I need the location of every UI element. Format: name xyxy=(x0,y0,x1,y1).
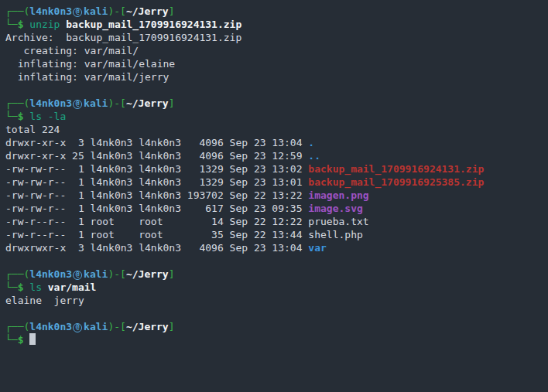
file-name: var xyxy=(308,242,326,254)
segment-plain xyxy=(23,334,29,346)
command-argument: var/mail xyxy=(48,281,97,293)
ls-total-line: total 224 xyxy=(5,123,545,136)
unzip-output-inflating-jerry: inflating: var/mail/jerry xyxy=(5,70,545,84)
command-unzip: unzip xyxy=(29,19,60,30)
segment-frame: )-[ xyxy=(108,268,125,280)
kali-at-symbol-icon: @ xyxy=(73,8,82,17)
file-name: .. xyxy=(308,150,320,162)
ls-row-dotdot: drwxr-xr-x 25 l4nk0n3 l4nk0n3 4096 Sep 2… xyxy=(5,149,545,162)
prompt-line: ┌──(l4nk0n3@kali)-[~/Jerry] xyxy=(5,5,545,18)
prompt-directory: ~/Jerry xyxy=(126,97,169,109)
segment-plain: -rw-rw-r-- 1 l4nk0n3 l4nk0n3 193702 Sep … xyxy=(5,189,308,201)
command-ls: ls xyxy=(29,281,42,293)
prompt-user: l4nk0n3 xyxy=(29,321,72,332)
kali-at-symbol-icon: @ xyxy=(73,323,82,332)
segment-plain: -rw-r--r-- 1 root root 14 Sep 22 12:22 xyxy=(5,216,308,227)
prompt-line: ┌──(l4nk0n3@kali)-[~/Jerry] xyxy=(5,97,545,110)
segment-plain: creating: var/mail/ xyxy=(5,45,139,56)
prompt-line: ┌──(l4nk0n3@kali)-[~/Jerry] xyxy=(5,320,545,333)
segment-frame: ┌──( xyxy=(5,5,29,17)
prompt-host: kali xyxy=(84,268,108,280)
file-name: imagen.png xyxy=(308,189,368,201)
segment-plain: inflating: var/mail/jerry xyxy=(5,71,169,83)
segment-frame: ] xyxy=(169,97,175,109)
ls-varmail-output: elaine jerry xyxy=(5,294,545,307)
blank-line xyxy=(5,307,545,320)
segment-plain xyxy=(42,281,48,293)
ls-row-imagen-png: -rw-rw-r-- 1 l4nk0n3 l4nk0n3 193702 Sep … xyxy=(5,189,545,202)
kali-at-symbol-icon: @ xyxy=(73,100,82,109)
prompt-directory: ~/Jerry xyxy=(126,268,169,280)
prompt-input-line: └─$ xyxy=(5,333,545,346)
prompt-line: ┌──(l4nk0n3@kali)-[~/Jerry] xyxy=(5,268,545,281)
prompt-user: l4nk0n3 xyxy=(29,97,72,109)
unzip-output-creating: creating: var/mail/ xyxy=(5,44,545,57)
segment-plain: inflating: var/mail/elaine xyxy=(5,58,175,70)
segment-plain: elaine jerry xyxy=(5,295,84,306)
command-line-ls-varmail: └─$ ls var/mail xyxy=(5,281,545,294)
segment-plain: -rw-r--r-- 1 root root 35 Sep 22 13:44 xyxy=(5,229,308,240)
segment-plain: -rw-rw-r-- 1 l4nk0n3 l4nk0n3 1329 Sep 23… xyxy=(5,176,308,188)
file-name: backup_mail_1709916925385.zip xyxy=(308,176,484,188)
unzip-output-archive: Archive: backup_mail_1709916924131.zip xyxy=(5,31,545,44)
segment-frame: ] xyxy=(169,321,175,332)
segment-plain: drwxr-xr-x 3 l4nk0n3 l4nk0n3 4096 Sep 23… xyxy=(5,137,308,148)
unzip-output-inflating-elaine: inflating: var/mail/elaine xyxy=(5,57,545,70)
prompt-host: kali xyxy=(84,321,108,332)
terminal-cursor[interactable] xyxy=(29,333,36,345)
segment-frame: ┌──( xyxy=(5,321,29,332)
ls-row-image-svg: -rw-rw-r-- 1 l4nk0n3 l4nk0n3 617 Sep 23 … xyxy=(5,202,545,215)
kali-at-symbol-icon: @ xyxy=(73,271,82,280)
ls-row-backup-zip-1: -rw-rw-r-- 1 l4nk0n3 l4nk0n3 1329 Sep 23… xyxy=(5,162,545,176)
file-name: prueba.txt xyxy=(308,216,368,227)
segment-plain: total 224 xyxy=(5,124,60,135)
ls-row-dot: drwxr-xr-x 3 l4nk0n3 l4nk0n3 4096 Sep 23… xyxy=(5,136,545,149)
prompt-user: l4nk0n3 xyxy=(29,268,72,280)
segment-plain: -rw-rw-r-- 1 l4nk0n3 l4nk0n3 617 Sep 23 … xyxy=(5,203,308,214)
command-line-unzip: └─$ unzip backup_mail_1709916924131.zip xyxy=(5,18,545,31)
prompt-directory: ~/Jerry xyxy=(126,5,169,17)
prompt-directory: ~/Jerry xyxy=(126,321,169,332)
segment-frame: ┌──( xyxy=(5,97,29,109)
file-name: shell.php xyxy=(308,229,362,240)
segment-frame: └─ xyxy=(5,281,18,293)
segment-frame: ] xyxy=(169,268,175,280)
segment-frame: └─ xyxy=(5,334,18,346)
command-argument: backup_mail_1709916924131.zip xyxy=(66,19,241,30)
command-ls-la: ls -la xyxy=(29,111,66,122)
terminal[interactable]: ┌──(l4nk0n3@kali)-[~/Jerry]└─$ unzip bac… xyxy=(0,0,548,392)
ls-row-prueba-txt: -rw-r--r-- 1 root root 14 Sep 22 12:22 p… xyxy=(5,215,545,228)
command-line-ls-la: └─$ ls -la xyxy=(5,110,545,123)
segment-frame: )-[ xyxy=(108,5,125,17)
segment-frame: └─ xyxy=(5,111,18,122)
segment-frame: )-[ xyxy=(108,97,125,109)
segment-plain: -rw-rw-r-- 1 l4nk0n3 l4nk0n3 1329 Sep 23… xyxy=(5,163,308,175)
ls-row-shell-php: -rw-r--r-- 1 root root 35 Sep 22 13:44 s… xyxy=(5,228,545,241)
ls-row-var: drwxrwxr-x 3 l4nk0n3 l4nk0n3 4096 Sep 23… xyxy=(5,241,545,254)
segment-plain: drwxr-xr-x 25 l4nk0n3 l4nk0n3 4096 Sep 2… xyxy=(5,150,308,162)
blank-line xyxy=(5,254,545,268)
segment-frame: ┌──( xyxy=(5,268,29,280)
file-name: backup_mail_1709916924131.zip xyxy=(308,163,484,175)
ls-row-backup-zip-2: -rw-rw-r-- 1 l4nk0n3 l4nk0n3 1329 Sep 23… xyxy=(5,176,545,189)
prompt-user: l4nk0n3 xyxy=(29,5,72,17)
segment-plain: Archive: backup_mail_1709916924131.zip xyxy=(5,32,241,43)
prompt-host: kali xyxy=(84,5,108,17)
segment-plain: drwxrwxr-x 3 l4nk0n3 l4nk0n3 4096 Sep 23… xyxy=(5,242,308,254)
file-name: image.svg xyxy=(308,203,362,214)
blank-line xyxy=(5,84,545,97)
segment-frame: )-[ xyxy=(108,321,125,332)
prompt-host: kali xyxy=(84,97,108,109)
segment-frame: ] xyxy=(169,5,175,17)
segment-frame: └─ xyxy=(5,19,18,30)
file-name: . xyxy=(308,137,314,148)
